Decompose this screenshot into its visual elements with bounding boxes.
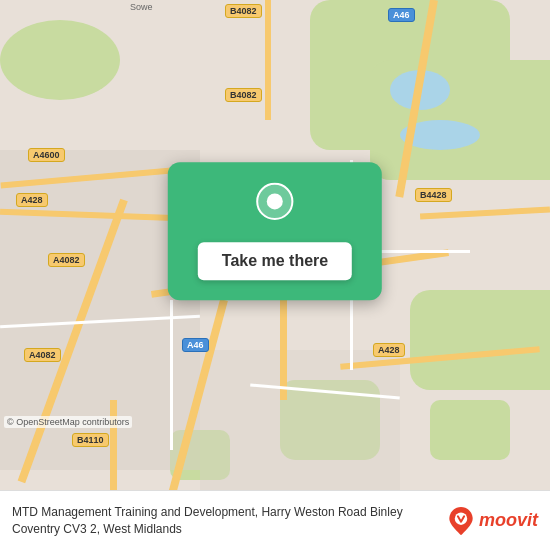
park-area: [0, 20, 120, 100]
svg-point-3: [455, 512, 467, 524]
badge-a4600: A4600: [28, 148, 65, 162]
badge-b4428: B4428: [415, 188, 452, 202]
location-text: MTD Management Training and Development,…: [12, 504, 447, 538]
minor-road-6: [350, 290, 353, 370]
label-sowe: Sowe: [130, 2, 153, 12]
moovit-logo: moovit: [447, 507, 538, 535]
badge-a4082-2: A4082: [24, 348, 61, 362]
map-container: B4082 B4082 A46 A46 A4600 A428 B4428 A42…: [0, 0, 550, 490]
moovit-label: moovit: [479, 510, 538, 531]
badge-a4082-1: A4082: [48, 253, 85, 267]
road-b4082-top: [265, 0, 271, 120]
action-card: Take me there: [168, 162, 382, 300]
info-bar: MTD Management Training and Development,…: [0, 490, 550, 550]
badge-a46-lower: A46: [182, 338, 209, 352]
minor-road-2: [170, 300, 173, 450]
badge-b4082-mid: B4082: [225, 88, 262, 102]
park-area-bottom-right: [430, 400, 510, 460]
map-attribution: © OpenStreetMap contributors: [4, 416, 132, 428]
badge-b4110: B4110: [72, 433, 109, 447]
location-pin-icon: [251, 182, 299, 230]
badge-a428-bot: A428: [373, 343, 405, 357]
park-area-lower-right: [410, 290, 550, 390]
svg-point-2: [267, 193, 283, 209]
badge-b4082-top: B4082: [225, 4, 262, 18]
road-b4110: [110, 400, 117, 490]
badge-a46-top: A46: [388, 8, 415, 22]
take-me-there-button[interactable]: Take me there: [198, 242, 352, 280]
badge-a428-left: A428: [16, 193, 48, 207]
urban-area-bottom: [200, 350, 400, 490]
